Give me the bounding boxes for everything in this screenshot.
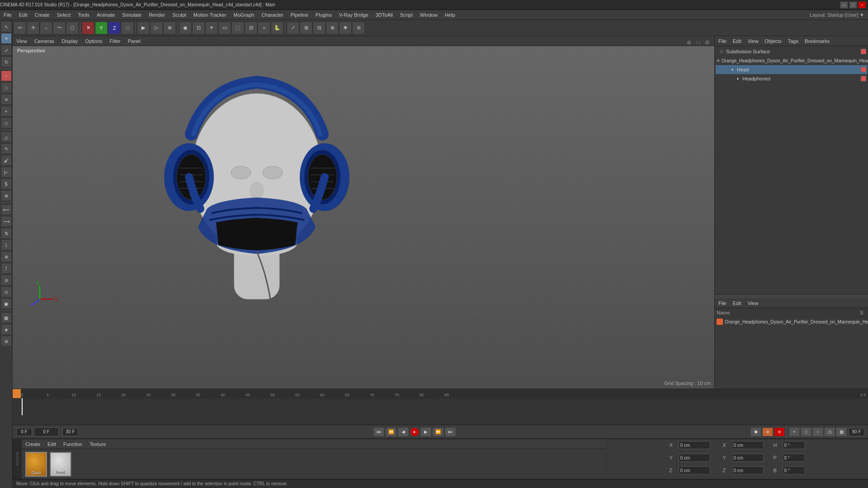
tool-edit1[interactable]: ⟵: [1, 204, 12, 215]
tool-object[interactable]: ○: [1, 70, 12, 81]
layout-label[interactable]: Layout: Startup [User] ▼: [810, 12, 868, 18]
menu-sculpt[interactable]: Sculpt: [169, 11, 190, 19]
tool-measure[interactable]: |⌐: [1, 167, 12, 178]
tool-edit9[interactable]: ▣: [1, 298, 12, 309]
key-remove[interactable]: ⊗: [774, 427, 785, 436]
tool-move[interactable]: ✛: [1, 33, 12, 44]
tool-x[interactable]: ✕: [1, 94, 12, 105]
menu-pipeline[interactable]: Pipeline: [287, 11, 312, 19]
hier-file[interactable]: File: [717, 38, 728, 45]
tool-scale[interactable]: ⤢: [1, 45, 12, 56]
tool-plus[interactable]: +: [1, 106, 12, 117]
tool-rotate[interactable]: ↻: [1, 56, 12, 67]
model-z[interactable]: Z: [108, 22, 121, 34]
x2-input[interactable]: [732, 441, 764, 449]
menu-vray[interactable]: V-Ray Bridge: [335, 11, 372, 19]
mograph-btn[interactable]: ⊞: [300, 22, 312, 34]
z2-input[interactable]: [732, 466, 764, 474]
tool-paintbrush[interactable]: 🖌: [1, 155, 12, 166]
sky-btn[interactable]: ☀: [205, 22, 218, 34]
menu-motion-tracker[interactable]: Motion Tracker: [190, 11, 230, 19]
obj-btn[interactable]: ○: [40, 22, 52, 34]
model-x[interactable]: ✕: [82, 22, 94, 34]
tool-pen[interactable]: ✎: [1, 143, 12, 154]
vp-icon-pin[interactable]: ↑↓: [694, 39, 702, 46]
vp-icon-link[interactable]: ⊕: [685, 39, 693, 46]
hier-bookmarks[interactable]: Bookmarks: [803, 38, 831, 45]
hier-item-headphones[interactable]: ♦ Headphones: [716, 74, 867, 83]
tool-edit3[interactable]: ⇅: [1, 228, 12, 239]
dynamic-btn[interactable]: ⊕: [326, 22, 339, 34]
render2-btn[interactable]: ▷: [150, 22, 163, 34]
hier-edit[interactable]: Edit: [731, 38, 743, 45]
light-btn[interactable]: ◉: [179, 22, 192, 34]
minimize-button[interactable]: —: [840, 1, 848, 9]
vp-menu-display[interactable]: Display: [60, 38, 80, 45]
model-mode[interactable]: □: [121, 22, 134, 34]
nurbs-btn[interactable]: ⬡: [66, 22, 79, 34]
fog-btn[interactable]: ≈: [258, 22, 270, 34]
model-y[interactable]: Y: [95, 22, 108, 34]
tool-edit4[interactable]: ⤵: [1, 239, 12, 250]
mat-edit[interactable]: Edit: [46, 441, 58, 448]
obj-file[interactable]: File: [717, 300, 728, 307]
hier-view[interactable]: View: [746, 38, 760, 45]
transport-go-start[interactable]: ⏮: [373, 427, 384, 436]
key-record[interactable]: ⏺: [750, 427, 761, 436]
menu-file[interactable]: File: [0, 11, 15, 19]
obj-item-orange[interactable]: Orange_Headphones_Dyson_Air_Purifier_Dre…: [715, 317, 868, 326]
material-dyso[interactable]: Dyso: [25, 452, 47, 477]
floor-btn[interactable]: ▭: [218, 22, 231, 34]
menu-3dto[interactable]: 3DToAll: [372, 11, 396, 19]
hier-item-head[interactable]: ♦ Head: [716, 65, 867, 74]
spline-btn[interactable]: 〜: [53, 22, 66, 34]
y-input[interactable]: [679, 454, 710, 462]
p-input[interactable]: [783, 454, 805, 462]
vp-menu-filter[interactable]: Filter: [108, 38, 122, 45]
new-obj-button[interactable]: ✛: [27, 22, 39, 34]
z-input[interactable]: [679, 466, 710, 474]
menu-plugins[interactable]: Plugins: [312, 11, 335, 19]
tool-triangle[interactable]: △: [1, 131, 12, 142]
key-box[interactable]: □: [801, 427, 811, 436]
python-btn[interactable]: 🐍: [271, 22, 283, 34]
mograph2-btn[interactable]: ⊟: [313, 22, 326, 34]
transport-next-frame[interactable]: ⏩: [433, 427, 443, 436]
cloner-btn[interactable]: ❖: [339, 22, 352, 34]
menu-help[interactable]: Help: [441, 11, 459, 19]
fps-input[interactable]: [62, 428, 78, 436]
viewport[interactable]: View Cameras Display Options Filter Pane…: [13, 36, 714, 389]
viewport-3d[interactable]: X Y Perspective Grid Spacing : 10 cm: [13, 46, 714, 389]
tool-box[interactable]: □: [1, 82, 12, 93]
vp-icon-settings[interactable]: ⚙: [703, 39, 711, 46]
menu-animate[interactable]: Animate: [93, 11, 118, 19]
mat-create[interactable]: Create: [24, 441, 42, 448]
tool-edit6[interactable]: ⤴: [1, 263, 12, 274]
transport-go-end[interactable]: ⏭: [445, 427, 456, 436]
hier-item-orange[interactable]: ⊕ Orange_Headphones_Dyson_Air_Purifier_D…: [716, 56, 867, 65]
tool-pointer[interactable]: ↖: [1, 21, 12, 32]
start-frame-input[interactable]: [16, 428, 32, 436]
tool-texture[interactable]: ▦: [1, 312, 12, 323]
tool-edit5[interactable]: ⊗: [1, 251, 12, 262]
b-input[interactable]: [783, 466, 805, 474]
obj-edit[interactable]: Edit: [731, 300, 743, 307]
env-btn[interactable]: ⬚: [231, 22, 244, 34]
tool-dollar[interactable]: $: [1, 178, 12, 189]
cam-btn[interactable]: ⊡: [192, 22, 205, 34]
vp-menu-options[interactable]: Options: [83, 38, 104, 45]
vp-menu-cameras[interactable]: Cameras: [33, 38, 57, 45]
transport-play[interactable]: ▶: [420, 427, 431, 436]
h-input[interactable]: [783, 441, 805, 449]
undo-button[interactable]: ↩: [14, 22, 26, 34]
frame-start-input[interactable]: 0 F: [34, 427, 59, 436]
deform-btn[interactable]: ⤦: [287, 22, 299, 34]
menu-render[interactable]: Render: [145, 11, 169, 19]
key-plus[interactable]: +: [789, 427, 800, 436]
menu-tools[interactable]: Tools: [74, 11, 93, 19]
hier-objects[interactable]: Objects: [763, 38, 783, 45]
panel-scrollbar[interactable]: [715, 295, 868, 298]
close-button[interactable]: ×: [858, 1, 866, 9]
hier-tags[interactable]: Tags: [786, 38, 800, 45]
vp-menu-panel[interactable]: Panel: [126, 38, 142, 45]
